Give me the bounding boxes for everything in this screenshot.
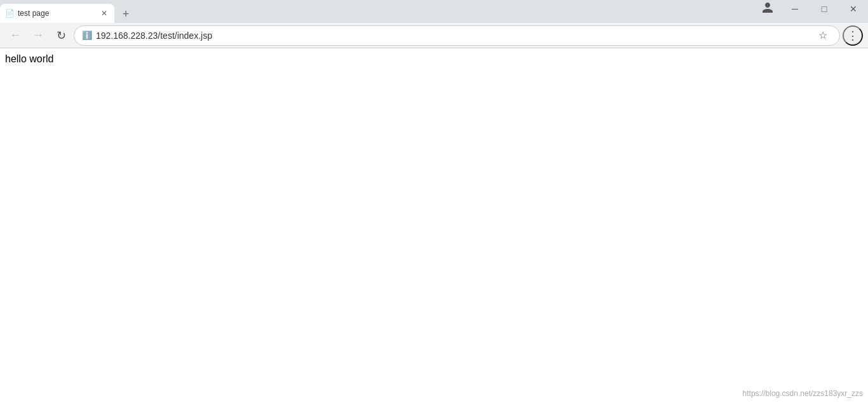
forward-button[interactable]: → (28, 25, 48, 46)
tab-bar: 📄 test page ✕ + ─ □ ✕ (0, 0, 868, 23)
info-icon: ℹ️ (82, 31, 92, 40)
nav-bar: ← → ↻ ℹ️ ☆ ⋮ (0, 23, 868, 48)
bookmark-star-icon[interactable]: ☆ (814, 27, 832, 44)
tab-title: test page (18, 9, 95, 18)
maximize-button[interactable]: □ (810, 0, 839, 18)
hello-world-text: hello world (5, 53, 53, 64)
browser-tab-active[interactable]: 📄 test page ✕ (0, 4, 114, 23)
minimize-button[interactable]: ─ (780, 0, 810, 18)
browser-chrome: 📄 test page ✕ + ─ □ ✕ ← (0, 0, 868, 48)
tab-favicon-icon: 📄 (5, 9, 14, 18)
back-button[interactable]: ← (5, 25, 25, 46)
page-content: hello world (0, 48, 868, 70)
address-bar-container[interactable]: ℹ️ ☆ (74, 25, 840, 46)
reload-button[interactable]: ↻ (51, 25, 71, 46)
close-button[interactable]: ✕ (839, 0, 868, 18)
profile-button[interactable] (757, 0, 778, 18)
watermark: https://blog.csdn.net/zzs183yxr_zzs (743, 389, 863, 398)
menu-button[interactable]: ⋮ (843, 25, 863, 46)
new-tab-button[interactable]: + (117, 5, 135, 23)
address-bar-input[interactable] (96, 31, 810, 41)
tab-bar-right: ─ □ ✕ (757, 0, 868, 23)
tab-close-button[interactable]: ✕ (99, 8, 109, 18)
